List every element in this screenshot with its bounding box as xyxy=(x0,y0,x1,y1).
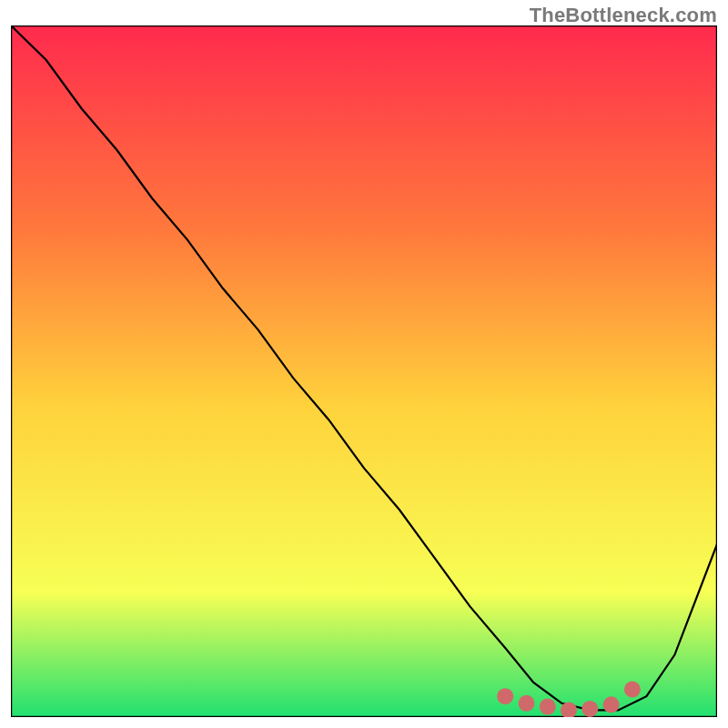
highlight-dot xyxy=(497,688,513,704)
chart-svg xyxy=(11,25,717,717)
highlight-dot xyxy=(540,699,556,715)
highlight-dot xyxy=(519,695,535,712)
gradient-background xyxy=(11,25,717,717)
bottleneck-chart xyxy=(11,25,717,717)
watermark-text: TheBottleneck.com xyxy=(530,4,717,27)
highlight-dot xyxy=(581,701,598,717)
highlight-dot xyxy=(603,696,620,713)
highlight-dot xyxy=(624,682,641,698)
